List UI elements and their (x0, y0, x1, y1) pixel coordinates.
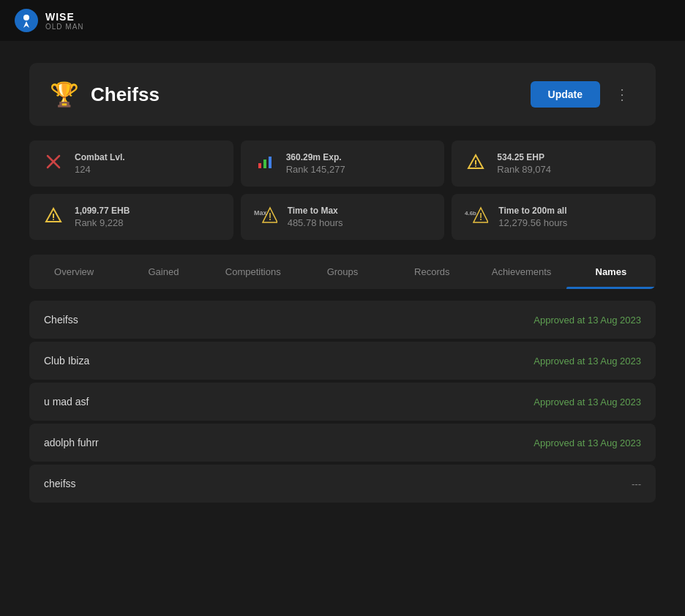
ehp-icon (465, 153, 487, 175)
svg-rect-4 (263, 159, 266, 168)
top-navigation: WISE OLD MAN (0, 0, 685, 41)
brand-name: WISE OLD MAN (45, 11, 84, 31)
svg-point-15 (269, 219, 271, 220)
profile-name: Cheifss (91, 83, 160, 106)
stat-card-timeto200m: 4.6b Time to 200m all 12,279.56 hours (452, 194, 656, 240)
svg-point-0 (23, 15, 29, 20)
name-label: adolph fuhrr (44, 437, 99, 448)
stat-value-timeto200m: 12,279.56 hours (498, 217, 567, 228)
timetomax-icon: Max (254, 206, 277, 228)
name-row: u mad asf Approved at 13 Aug 2023 (29, 383, 656, 421)
tabs-container: Overview Gained Competitions Groups Reco… (29, 255, 656, 289)
name-row: cheifss --- (29, 465, 656, 503)
stat-value-ehb: Rank 9,228 (75, 217, 130, 228)
tab-overview[interactable]: Overview (29, 255, 119, 289)
tab-names[interactable]: Names (566, 255, 656, 289)
tab-records[interactable]: Records (387, 255, 476, 289)
ehb-icon (42, 206, 64, 228)
profile-actions: Update ⋮ (531, 81, 635, 108)
exp-icon (254, 153, 276, 175)
name-row: Club Ibiza Approved at 13 Aug 2023 (29, 342, 656, 380)
brand-subtitle: OLD MAN (45, 23, 84, 31)
stat-label-timetomax: Time to Max (288, 206, 343, 216)
name-status-pending: --- (632, 478, 641, 489)
stats-grid: Combat Lvl. 124 360.29m Exp. Rank 145,27… (29, 140, 656, 240)
svg-rect-3 (258, 163, 261, 168)
name-label: Cheifss (44, 314, 78, 326)
stat-info-combat: Combat Lvl. 124 (75, 152, 125, 175)
stat-info-timetomax: Time to Max 485.78 hours (288, 206, 343, 228)
stat-info-timeto200m: Time to 200m all 12,279.56 hours (498, 206, 567, 228)
stat-value-exp: Rank 145,277 (286, 164, 345, 175)
stat-value-combat: 124 (75, 164, 125, 175)
svg-point-8 (475, 165, 476, 167)
stat-value-ehp: Rank 89,074 (497, 164, 551, 175)
name-row: adolph fuhrr Approved at 13 Aug 2023 (29, 424, 656, 462)
stat-info-ehb: 1,099.77 EHB Rank 9,228 (75, 206, 130, 228)
name-label: cheifss (44, 478, 76, 489)
stat-card-combat: Combat Lvl. 124 (29, 140, 233, 187)
name-status: Approved at 13 Aug 2023 (534, 397, 641, 407)
profile-left: 🏆 Cheifss (50, 80, 160, 108)
tab-gained[interactable]: Gained (119, 255, 208, 289)
tab-groups[interactable]: Groups (298, 255, 387, 289)
stat-label-ehp: 534.25 EHP (497, 152, 551, 162)
svg-point-11 (53, 219, 54, 220)
tab-competitions[interactable]: Competitions (209, 255, 298, 289)
stat-card-exp: 360.29m Exp. Rank 145,277 (241, 140, 445, 187)
name-label: u mad asf (44, 396, 89, 407)
timeto200m-icon: 4.6b (465, 206, 488, 228)
svg-text:Max: Max (254, 209, 267, 217)
names-list: Cheifss Approved at 13 Aug 2023 Club Ibi… (29, 301, 656, 503)
svg-point-19 (480, 219, 482, 220)
stat-value-timetomax: 485.78 hours (288, 217, 343, 228)
name-row: Cheifss Approved at 13 Aug 2023 (29, 301, 656, 339)
name-status: Approved at 13 Aug 2023 (534, 437, 641, 448)
more-options-button[interactable]: ⋮ (609, 83, 635, 106)
stat-card-ehp: 534.25 EHP Rank 89,074 (452, 140, 656, 187)
stat-info-exp: 360.29m Exp. Rank 145,277 (286, 152, 345, 175)
name-status: Approved at 13 Aug 2023 (534, 315, 641, 326)
update-button[interactable]: Update (531, 81, 600, 108)
app-logo (15, 9, 38, 32)
svg-rect-5 (269, 157, 272, 168)
stat-label-combat: Combat Lvl. (75, 152, 125, 162)
stat-info-ehp: 534.25 EHP Rank 89,074 (497, 152, 551, 175)
profile-card: 🏆 Cheifss Update ⋮ (29, 63, 656, 126)
main-content: 🏆 Cheifss Update ⋮ Combat Lvl. 124 (0, 41, 685, 525)
stat-card-timetomax: Max Time to Max 485.78 hours (241, 194, 445, 240)
svg-text:4.6b: 4.6b (465, 210, 476, 217)
brand-title: WISE (45, 11, 84, 23)
name-status: Approved at 13 Aug 2023 (534, 356, 641, 367)
stat-label-ehb: 1,099.77 EHB (75, 206, 130, 216)
combat-icon (42, 153, 64, 175)
stat-label-timeto200m: Time to 200m all (498, 206, 567, 216)
name-label: Club Ibiza (44, 355, 89, 367)
profile-trophy-icon: 🏆 (50, 80, 79, 108)
tab-achievements[interactable]: Achievements (476, 255, 566, 289)
stat-card-ehb: 1,099.77 EHB Rank 9,228 (29, 194, 233, 240)
stat-label-exp: 360.29m Exp. (286, 152, 345, 162)
